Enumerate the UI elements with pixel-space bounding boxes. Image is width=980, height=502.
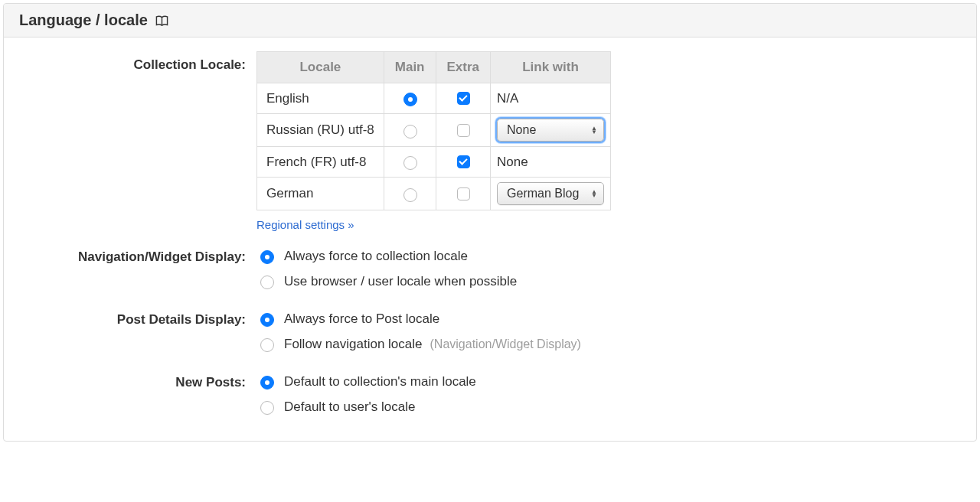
table-row: GermanGerman Blog [257,178,611,210]
new-posts-collection-text: Default to collection's main locale [284,374,476,390]
main-locale-radio[interactable] [403,125,417,139]
nav-widget-browser-text: Use browser / user locale when possible [284,274,517,289]
linkwith-cell: None [491,114,611,147]
table-row: Russian (RU) utf-8None [257,114,611,147]
locale-header: Locale [257,52,384,83]
panel-header: Language / locale [4,4,976,37]
new-posts-user-radio[interactable] [260,401,274,415]
extra-locale-checkbox[interactable] [457,155,470,168]
locale-cell: Russian (RU) utf-8 [257,114,384,147]
post-details-force-option[interactable]: Always force to Post locale [256,311,946,327]
post-details-follow-radio[interactable] [260,338,274,352]
linkwith-na-text: N/A [497,91,518,106]
main-locale-radio[interactable] [403,93,417,106]
regional-settings-link[interactable]: Regional settings » [256,218,354,231]
table-row: French (FR) utf-8None [257,147,611,178]
nav-widget-browser-radio[interactable] [260,275,274,289]
extra-cell [436,178,491,210]
select-arrows-icon [591,126,597,134]
post-details-follow-hint: (Navigation/Widget Display) [430,337,581,351]
table-header-row: Locale Main Extra Link with [257,52,611,83]
main-cell [384,147,436,178]
linkwith-select-value: None [507,123,536,137]
nav-widget-label: Navigation/Widget Display: [34,248,256,265]
new-posts-collection-option[interactable]: Default to collection's main locale [256,373,946,390]
collection-locale-label: Collection Locale: [34,51,256,73]
manual-icon[interactable] [155,15,168,29]
language-locale-panel: Language / locale Collection Locale: Loc… [3,3,977,442]
select-arrows-icon [591,190,597,197]
post-details-force-text: Always force to Post locale [284,311,439,327]
extra-header: Extra [436,52,491,83]
main-cell [384,83,436,114]
linkwith-cell: German Blog [491,178,611,210]
locale-cell: French (FR) utf-8 [257,147,384,178]
post-details-follow-text: Follow navigation locale [284,337,423,352]
linkwith-header: Link with [491,52,611,83]
linkwith-cell: N/A [491,83,611,114]
linkwith-select-value: German Blog [507,187,579,200]
extra-cell [436,147,491,178]
main-cell [384,114,436,147]
main-locale-radio[interactable] [403,156,417,170]
nav-widget-force-radio[interactable] [260,250,274,264]
linkwith-cell: None [491,147,611,178]
locale-cell: German [257,178,384,210]
extra-cell [436,83,491,114]
new-posts-user-text: Default to user's locale [284,399,415,415]
nav-widget-browser-option[interactable]: Use browser / user locale when possible [256,273,946,289]
table-row: EnglishN/A [257,83,611,114]
extra-locale-checkbox[interactable] [457,124,470,137]
new-posts-collection-radio[interactable] [260,376,274,390]
extra-locale-checkbox[interactable] [457,92,470,105]
extra-cell [436,114,491,147]
linkwith-select[interactable]: None [497,119,604,142]
new-posts-user-option[interactable]: Default to user's locale [256,399,946,415]
post-details-force-radio[interactable] [260,313,274,327]
linkwith-select[interactable]: German Blog [497,182,604,205]
extra-locale-checkbox[interactable] [457,187,470,200]
main-cell [384,178,436,210]
nav-widget-force-option[interactable]: Always force to collection locale [256,248,946,264]
page-title: Language / locale [19,11,148,29]
main-header: Main [384,52,436,83]
main-locale-radio[interactable] [403,188,417,202]
nav-widget-force-text: Always force to collection locale [284,249,468,264]
locale-table: Locale Main Extra Link with EnglishN/ARu… [256,51,611,210]
linkwith-text: None [497,155,528,169]
post-details-label: Post Details Display: [34,311,256,328]
locale-cell: English [257,83,384,114]
post-details-follow-option[interactable]: Follow navigation locale (Navigation/Wid… [256,336,946,352]
new-posts-label: New Posts: [34,373,256,390]
